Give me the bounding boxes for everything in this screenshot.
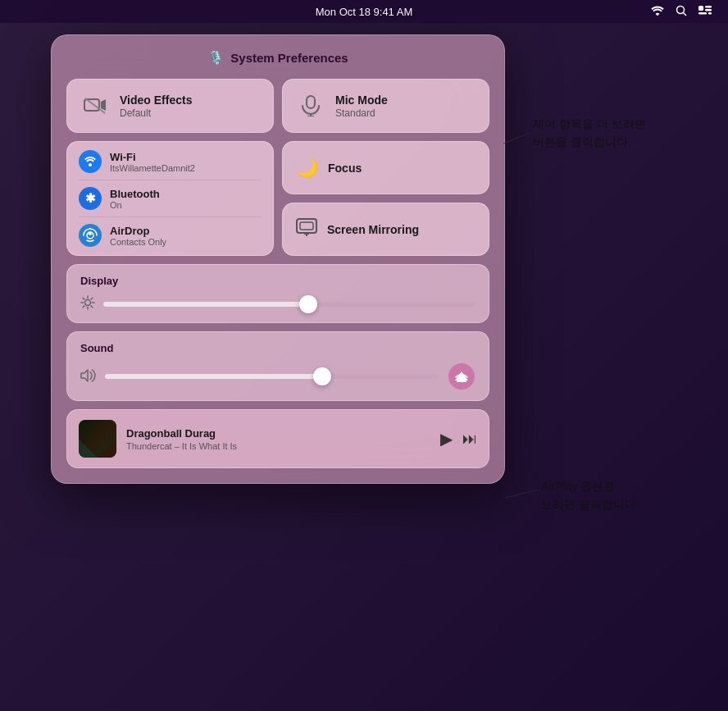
display-slider-track[interactable] (103, 302, 475, 307)
callout-2: AirPlay 옵션을 보려면 클릭합니다. (541, 477, 639, 514)
divider-1 (79, 180, 262, 180)
display-slider-fill (103, 302, 308, 307)
sound-slider-track[interactable] (105, 374, 439, 379)
middle-row: Wi-Fi ItsWillametteDamnit2 ✱ Bluetooth O… (66, 141, 489, 256)
callout-2-line2: 보려면 클릭합니다. (541, 498, 639, 511)
screen-mirroring-title: Screen Mirroring (327, 223, 419, 236)
wifi-item-icon (79, 150, 102, 173)
mic-mode-subtitle: Standard (335, 107, 388, 119)
svg-line-27 (91, 306, 93, 308)
menu-bar-icons (651, 5, 712, 19)
video-effects-subtitle: Default (120, 107, 192, 119)
airplay-button[interactable] (448, 362, 475, 390)
sound-slider-fill (105, 374, 322, 379)
svg-point-21 (85, 300, 91, 306)
play-button[interactable]: ▶ (440, 429, 453, 449)
focus-tile[interactable]: 🌙 Focus (282, 141, 489, 194)
svg-line-28 (91, 298, 93, 299)
airdrop-item-icon (79, 224, 102, 247)
mic-mode-icon (296, 91, 325, 121)
svg-rect-18 (300, 222, 313, 230)
screen-mirroring-icon (296, 218, 317, 241)
video-effects-tile[interactable]: Video Effects Default (66, 79, 274, 133)
display-section: Display (66, 264, 489, 323)
svg-rect-6 (705, 9, 712, 11)
network-group: Wi-Fi ItsWillametteDamnit2 ✱ Bluetooth O… (66, 141, 274, 256)
svg-rect-2 (698, 6, 703, 11)
forward-button[interactable]: ⏭ (462, 431, 477, 448)
svg-rect-7 (84, 99, 99, 111)
airdrop-item-subtitle: Contacts Only (110, 237, 166, 247)
search-icon[interactable] (676, 5, 687, 19)
airdrop-item-text: AirDrop Contacts Only (110, 225, 166, 247)
wifi-item-text: Wi-Fi ItsWillametteDamnit2 (110, 151, 195, 173)
callout-1-line2: 버튼을 클릭합니다. (533, 135, 631, 148)
svg-rect-3 (705, 6, 712, 8)
svg-line-1 (684, 12, 687, 16)
video-effects-title: Video Effects (120, 93, 192, 107)
display-slider-row (80, 295, 475, 312)
panel-title: 🎙️ System Preferences (66, 50, 489, 66)
mic-mode-tile[interactable]: Mic Mode Standard (282, 79, 489, 133)
callout-1-line1: 제어 항목을 더 보려면 (533, 117, 646, 130)
system-preferences-panel: 🎙️ System Preferences Video Effects Defa… (51, 34, 505, 484)
menu-bar-center: Mon Oct 18 9:41 AM (316, 6, 413, 18)
menu-bar: Mon Oct 18 9:41 AM (0, 0, 728, 23)
svg-rect-10 (307, 96, 315, 108)
sound-slider-thumb[interactable] (313, 367, 331, 385)
display-slider-thumb[interactable] (299, 295, 317, 313)
video-effects-text: Video Effects Default (120, 93, 192, 119)
bluetooth-item[interactable]: ✱ Bluetooth On (79, 187, 262, 210)
wifi-item[interactable]: Wi-Fi ItsWillametteDamnit2 (79, 150, 262, 173)
airdrop-item-title: AirDrop (110, 225, 166, 237)
airdrop-item[interactable]: AirDrop Contacts Only (79, 224, 262, 247)
svg-marker-30 (81, 370, 88, 381)
svg-rect-31 (457, 381, 466, 382)
screen-mirroring-tile[interactable]: Screen Mirroring (282, 203, 489, 256)
mic-mode-title: Mic Mode (335, 93, 388, 107)
right-group: 🌙 Focus Screen Mirroring (282, 141, 489, 256)
now-playing-title: Dragonball Durag (126, 427, 430, 440)
album-art (79, 420, 116, 458)
svg-point-0 (677, 6, 685, 13)
brightness-icon (80, 295, 95, 312)
now-playing-text: Dragonball Durag Thundercat – It Is What… (126, 427, 430, 451)
callout-2-line1: AirPlay 옵션을 (541, 480, 615, 493)
display-label: Display (80, 275, 475, 287)
playback-controls: ▶ ⏭ (440, 429, 477, 449)
bluetooth-item-title: Bluetooth (110, 188, 160, 200)
bluetooth-item-text: Bluetooth On (110, 188, 160, 210)
sound-slider-row (80, 362, 475, 390)
focus-title: Focus (328, 162, 362, 175)
bluetooth-item-icon: ✱ (79, 187, 102, 210)
svg-line-33 (506, 490, 538, 498)
sound-section: Sound (66, 331, 489, 401)
wifi-item-subtitle: ItsWillametteDamnit2 (110, 163, 195, 173)
divider-2 (79, 216, 262, 217)
mic-mode-text: Mic Mode Standard (335, 93, 388, 119)
control-center-icon[interactable] (698, 5, 712, 18)
svg-line-26 (83, 298, 84, 299)
wifi-icon[interactable] (651, 5, 664, 18)
album-art-image (79, 420, 116, 458)
panel-title-icon: 🎙️ (207, 50, 224, 66)
svg-rect-4 (698, 12, 707, 15)
focus-icon: 🌙 (296, 157, 318, 179)
svg-point-13 (89, 163, 92, 166)
svg-marker-8 (101, 99, 106, 111)
bluetooth-item-subtitle: On (110, 200, 160, 210)
menu-bar-datetime: Mon Oct 18 9:41 AM (316, 6, 413, 18)
svg-line-29 (83, 306, 84, 308)
panel-title-text: System Preferences (230, 51, 348, 65)
sound-label: Sound (80, 342, 475, 354)
wifi-item-title: Wi-Fi (110, 151, 195, 163)
svg-rect-5 (708, 12, 712, 15)
now-playing-section: Dragonball Durag Thundercat – It Is What… (66, 409, 489, 468)
now-playing-artist: Thundercat – It Is What It Is (126, 441, 430, 451)
top-row: Video Effects Default Mic Mode Standard (66, 79, 489, 133)
volume-icon (80, 369, 97, 385)
svg-line-32 (503, 133, 530, 144)
callout-1: 제어 항목을 더 보려면 버튼을 클릭합니다. (533, 115, 646, 152)
video-effects-icon (80, 91, 110, 121)
